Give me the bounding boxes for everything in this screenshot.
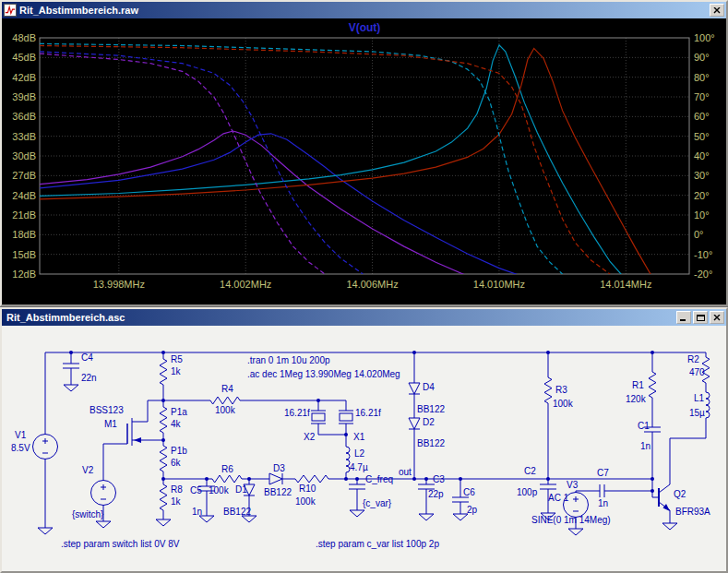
trace-mag-step4	[40, 48, 651, 275]
junction-dot	[69, 351, 73, 354]
y-axis-left-tick-label: 30dB	[12, 150, 36, 161]
schematic-label: Q2	[674, 489, 686, 499]
y-axis-right-tick-label: 70°	[694, 91, 710, 102]
trace-mag-step3	[40, 45, 623, 276]
schematic-label: 120k	[626, 394, 647, 404]
schematic-label: BB122	[223, 507, 251, 517]
schematic-label: C3	[433, 474, 445, 484]
schematic-label: out	[399, 467, 412, 477]
schematic-label: V3	[567, 480, 579, 490]
schematic-label: P1a	[171, 407, 187, 417]
schematic-label: L1	[694, 393, 705, 403]
schematic-label: V2	[82, 465, 94, 475]
wire	[210, 397, 240, 404]
wire	[103, 521, 111, 528]
x-axis-tick-label: 13.998MHz	[93, 279, 145, 290]
schematic-label: 8.5V	[11, 443, 30, 453]
schematic-label: R5	[171, 354, 183, 364]
wire	[357, 510, 364, 517]
schematic-label: 100k	[215, 405, 236, 415]
schematic-label: BFR93A	[675, 507, 710, 517]
schematic-canvas[interactable]: V18.5VC422nR51k.tran 0 1m 10u 200p.ac de…	[2, 326, 726, 571]
voltage-source-symbol	[91, 481, 116, 506]
junction-dot	[316, 399, 320, 402]
y-axis-left-tick-label: 21dB	[12, 209, 36, 221]
wire	[426, 514, 434, 520]
schematic-label: C5	[190, 485, 202, 495]
schematic-window-titlebar[interactable]: Rit_Abstimmbereich.asc	[2, 309, 726, 326]
y-axis-right-tick-label: 80°	[694, 72, 710, 83]
schematic-label: 1n	[598, 498, 608, 508]
schematic-label: D3	[273, 463, 285, 473]
trace-phase-step4	[40, 46, 610, 275]
ltspice-application: { "waveform_window": { "title": "Rit_Abs…	[0, 0, 728, 573]
schematic-label: .ac dec 1Meg 13.990Meg 14.020Meg	[247, 369, 400, 379]
y-axis-right-tick-label: -20°	[694, 269, 712, 280]
schematic-label: 15µ	[689, 408, 705, 418]
waveform-viewer-window: Rit_Abstimmbereich.raw 48dB100°45dB90°42…	[0, 0, 728, 306]
wire	[568, 529, 576, 535]
x-axis-tick-label: 14.002MHz	[220, 279, 271, 290]
maximize-button[interactable]	[693, 311, 708, 324]
waveform-plot[interactable]: 48dB100°45dB90°42dB80°39dB70°36dB60°33dB…	[2, 18, 726, 304]
schematic-label: {switch}	[72, 509, 104, 519]
schematic-label: 4.7µ	[350, 462, 368, 472]
schematic-label: L2	[354, 448, 365, 459]
y-axis-right-tick-label: 0°	[694, 229, 704, 240]
schematic-label: C7	[597, 468, 609, 478]
x-axis-tick-label: 14.014MHz	[600, 279, 651, 290]
schematic-label: 1n	[640, 441, 650, 451]
y-axis-right-tick-label: 100°	[694, 32, 715, 43]
wire	[249, 516, 257, 522]
schematic-label: SINE(0 1m 14Meg)	[531, 515, 611, 525]
wire	[242, 516, 249, 522]
wire	[163, 519, 171, 526]
schematic-label: 100k	[209, 485, 230, 495]
wire	[544, 377, 552, 403]
close-button[interactable]	[710, 4, 724, 17]
schematic-window-title: Rit_Abstimmbereich.asc	[6, 312, 674, 323]
wire	[706, 392, 710, 418]
junction-dot	[412, 351, 416, 354]
schematic-label: BB122	[417, 438, 445, 448]
trace-phase-step3	[40, 43, 563, 274]
junction-dot	[161, 399, 165, 402]
wire	[160, 446, 167, 472]
y-axis-left-tick-label: 27dB	[12, 170, 36, 181]
schematic-drawing[interactable]: V18.5VC422nR51k.tran 0 1m 10u 200p.ac de…	[2, 326, 726, 571]
schematic-label: R10	[299, 483, 316, 494]
wire	[96, 521, 103, 528]
schematic-label: D4	[423, 382, 435, 392]
wire	[207, 516, 214, 522]
close-button[interactable]	[710, 311, 724, 324]
minimize-button[interactable]	[676, 311, 691, 324]
waveform-window-titlebar[interactable]: Rit_Abstimmbereich.raw	[2, 2, 726, 18]
schematic-label: AC 1	[548, 493, 569, 503]
trace-title: V(out)	[349, 21, 381, 34]
schematic-label: R6	[221, 464, 233, 474]
schematic-label: C_freq	[365, 474, 393, 484]
y-axis-left-tick-label: 39dB	[12, 91, 36, 102]
schematic-label: X1	[353, 432, 365, 442]
waveform-plot-canvas[interactable]: 48dB100°45dB90°42dB80°39dB70°36dB60°33dB…	[2, 18, 726, 304]
y-axis-left-tick-label: 24dB	[12, 190, 36, 201]
schematic-label: 1k	[171, 496, 182, 507]
schematic-label: R3	[555, 385, 567, 395]
wire	[576, 529, 583, 535]
wire	[670, 523, 677, 530]
junction-dot	[205, 477, 209, 481]
schematic-label: BSS123	[90, 405, 124, 415]
schematic-label: 16.21f	[355, 408, 381, 418]
y-axis-left-tick-label: 12dB	[12, 269, 36, 280]
schematic-label: C6	[463, 487, 475, 497]
junction-dot	[650, 477, 654, 481]
junction-dot	[161, 438, 165, 442]
schematic-label: 100k	[295, 496, 316, 507]
schematic-label: X2	[304, 432, 316, 442]
schematic-label: R2	[687, 354, 699, 364]
crystal-symbol	[312, 413, 325, 421]
close-icon	[713, 7, 721, 14]
schematic-label: 470	[689, 367, 705, 377]
diode-symbol	[409, 418, 420, 429]
y-axis-left-tick-label: 15dB	[12, 249, 36, 260]
